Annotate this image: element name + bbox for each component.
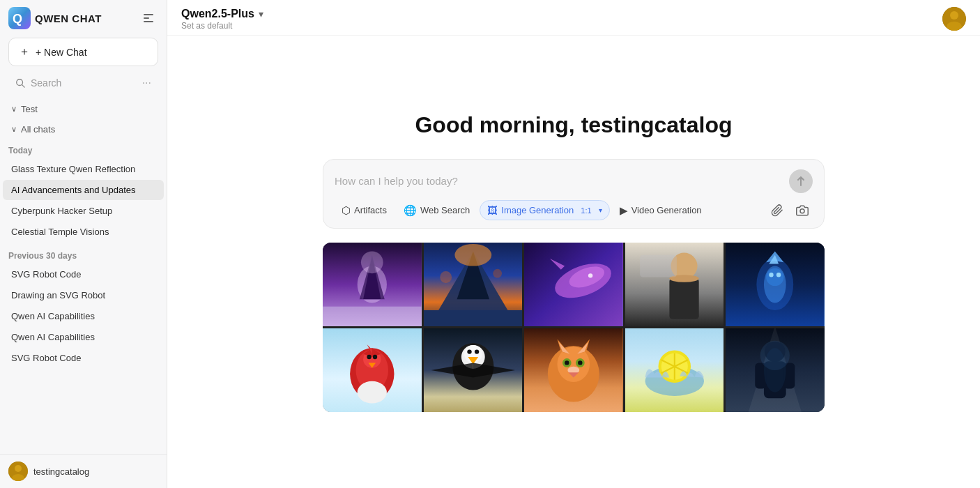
toolbar-right-icons xyxy=(767,200,813,221)
user-avatar-small xyxy=(8,462,28,481)
chat-item-svg-robot-2[interactable]: SVG Robot Code xyxy=(3,348,164,368)
attachment-button[interactable] xyxy=(767,200,788,221)
svg-rect-18 xyxy=(323,306,422,326)
plus-icon: ＋ xyxy=(19,45,30,59)
artifacts-button[interactable]: ⬡ Artifacts xyxy=(335,201,394,220)
sidebar-nav: ∨ Test ∨ All chats Today Glass Texture Q… xyxy=(0,98,167,488)
image-grid xyxy=(323,243,825,412)
logo-area: Q QWEN CHAT xyxy=(8,7,102,29)
search-bar[interactable]: Search ··· xyxy=(8,72,158,94)
prev-label: Previous 30 days xyxy=(0,243,167,264)
qwen-logo-icon: Q xyxy=(8,7,31,29)
image-gen-button[interactable]: 🖼 Image Generation 1:1 ▾ xyxy=(480,200,609,220)
woman-presenter-image xyxy=(625,243,724,326)
grid-cell-2 xyxy=(424,243,523,326)
grid-cell-4 xyxy=(625,243,724,326)
section-test[interactable]: ∨ Test xyxy=(3,100,164,119)
input-row xyxy=(335,169,813,193)
top-bar: Qwen2.5-Plus ▾ Set as default xyxy=(167,0,980,36)
svg-point-26 xyxy=(493,268,502,277)
chat-item-qwen-cap-1[interactable]: Qwen AI Capabilities xyxy=(3,306,164,326)
chat-item-glass[interactable]: Glass Texture Qwen Reflection xyxy=(3,159,164,179)
web-search-button[interactable]: 🌐 Web Search xyxy=(397,201,477,220)
main-content: Qwen2.5-Plus ▾ Set as default Good morni… xyxy=(167,0,980,488)
svg-point-91 xyxy=(764,348,786,392)
svg-line-6 xyxy=(22,85,25,88)
grid-cell-7 xyxy=(424,328,523,412)
blue-wolf-image xyxy=(726,243,825,326)
web-search-label: Web Search xyxy=(420,205,470,215)
svg-point-61 xyxy=(475,349,479,353)
paperclip-icon xyxy=(771,204,783,217)
svg-point-8 xyxy=(15,465,22,472)
grid-cell-1 xyxy=(323,243,422,326)
section-all-chats[interactable]: ∨ All chats xyxy=(3,120,164,139)
svg-point-31 xyxy=(588,273,592,277)
svg-point-23 xyxy=(454,243,491,266)
chat-item-cyberpunk[interactable]: Cyberpunk Hacker Setup xyxy=(3,201,164,221)
send-button[interactable] xyxy=(789,169,813,193)
purple-creature-image xyxy=(524,243,623,326)
svg-point-48 xyxy=(358,381,387,403)
svg-point-19 xyxy=(361,251,383,273)
video-gen-button[interactable]: ▶ Video Generation xyxy=(613,201,709,220)
logo-text: QWEN CHAT xyxy=(35,13,102,24)
svg-text:Q: Q xyxy=(13,12,22,26)
new-chat-button[interactable]: ＋ + New Chat xyxy=(8,38,158,66)
sidebar-toggle-button[interactable] xyxy=(139,8,158,28)
lemon-water-image xyxy=(625,328,724,412)
svg-point-74 xyxy=(565,360,569,365)
today-label: Today xyxy=(0,140,167,158)
svg-point-54 xyxy=(373,354,377,358)
chat-item-svg-robot-1[interactable]: SVG Robot Code xyxy=(3,264,164,284)
avatar-image xyxy=(8,462,28,481)
camera-icon xyxy=(796,204,809,217)
sidebar-footer[interactable]: testingcatalog xyxy=(0,454,167,488)
fantasy-mountain-image xyxy=(323,243,422,326)
send-icon xyxy=(795,176,806,187)
silhouette-image xyxy=(726,328,825,412)
image-grid-container xyxy=(323,243,825,412)
section-test-label: Test xyxy=(21,104,38,114)
svg-point-60 xyxy=(467,349,471,353)
svg-point-53 xyxy=(367,354,371,358)
cat-image xyxy=(524,328,623,412)
chat-item-drawing-svg[interactable]: Drawing an SVG Robot xyxy=(3,285,164,305)
svg-rect-3 xyxy=(144,17,149,19)
image-gen-label: Image Generation xyxy=(501,205,574,215)
user-avatar-topbar[interactable] xyxy=(942,7,966,31)
chat-item-ai-advancements[interactable]: AI Advancements and Updates xyxy=(3,180,164,200)
greeting-heading: Good morning, testingcatalog xyxy=(415,112,732,138)
grid-cell-9 xyxy=(625,328,724,412)
search-text: Search xyxy=(31,77,61,89)
svg-point-11 xyxy=(950,11,958,20)
new-chat-label: + New Chat xyxy=(36,47,87,58)
model-selector: Qwen2.5-Plus ▾ Set as default xyxy=(181,8,263,31)
artifacts-icon: ⬡ xyxy=(342,204,351,217)
model-name-row[interactable]: Qwen2.5-Plus ▾ xyxy=(181,8,263,20)
chat-input[interactable] xyxy=(335,175,782,187)
set-default-text: Set as default xyxy=(181,21,263,31)
svg-rect-36 xyxy=(640,254,677,277)
ratio-badge: 1:1 xyxy=(577,206,595,215)
image-gen-icon: 🖼 xyxy=(487,204,498,216)
artifacts-label: Artifacts xyxy=(354,205,387,215)
svg-point-42 xyxy=(767,268,784,285)
video-gen-label: Video Generation xyxy=(631,205,702,215)
search-more-icon: ··· xyxy=(142,77,151,89)
grid-cell-5 xyxy=(726,243,825,326)
svg-rect-34 xyxy=(669,278,698,319)
volcanic-mountain-image xyxy=(424,243,523,326)
camera-button[interactable] xyxy=(792,200,813,221)
sidebar: Q QWEN CHAT ＋ + New Chat Search ··· ∨ Te… xyxy=(0,0,167,488)
svg-point-75 xyxy=(578,360,582,365)
svg-point-13 xyxy=(800,208,804,213)
svg-point-25 xyxy=(440,270,452,282)
chat-item-celestial[interactable]: Celestial Temple Visions xyxy=(3,222,164,242)
svg-rect-2 xyxy=(144,14,153,15)
all-chats-label: All chats xyxy=(21,124,55,135)
toolbar-row: ⬡ Artifacts 🌐 Web Search 🖼 Image Generat… xyxy=(335,200,813,221)
video-gen-icon: ▶ xyxy=(620,204,628,217)
chat-item-qwen-cap-2[interactable]: Qwen AI Capabilities xyxy=(3,327,164,347)
svg-point-44 xyxy=(776,273,781,277)
